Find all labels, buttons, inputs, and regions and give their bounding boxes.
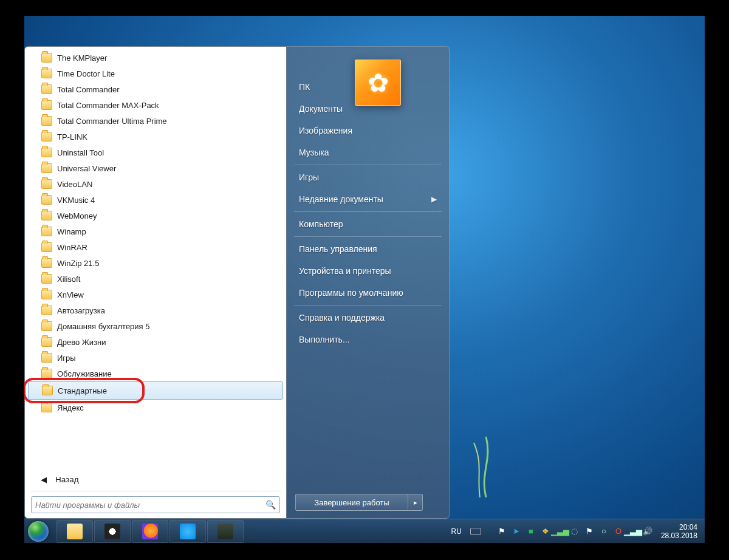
shutdown-button[interactable]: Завершение работы ▸ (295, 494, 423, 511)
shutdown-area: Завершение работы ▸ (287, 489, 449, 518)
program-folder-item[interactable]: Xilisoft (28, 271, 283, 287)
right-pane-item[interactable]: Программы по умолчанию (287, 282, 449, 304)
program-folder-item[interactable]: Автозагрузка (28, 302, 283, 318)
signal-icon[interactable]: ▁▃▅ (555, 527, 565, 536)
program-folder-item[interactable]: VideoLAN (28, 176, 283, 192)
right-pane-label: Устройства и принтеры (299, 266, 391, 276)
all-programs-list[interactable]: The KMPlayerTime Doctor LiteTotal Comman… (27, 49, 284, 469)
program-folder-item[interactable]: Time Doctor Lite (28, 66, 283, 81)
right-pane-item[interactable]: Игры (287, 166, 449, 188)
program-folder-item[interactable]: VKMusic 4 (28, 192, 283, 208)
terminal-icon (217, 524, 233, 539)
back-button[interactable]: ▶ Назад (27, 469, 284, 490)
program-folder-item[interactable]: Uninstall Tool (28, 145, 283, 160)
program-label: Автозагрузка (57, 306, 105, 315)
program-folder-item[interactable]: WinZip 21.5 (28, 255, 283, 271)
program-folder-item[interactable]: WinRAR (28, 239, 283, 255)
folder-icon (41, 274, 52, 284)
folder-icon (41, 403, 52, 412)
shutdown-options-arrow[interactable]: ▸ (408, 494, 422, 510)
program-folder-item[interactable]: Total Commander Ultima Prime (28, 113, 283, 129)
right-pane-label: Игры (299, 172, 319, 182)
folder-icon (41, 242, 52, 252)
search-box[interactable]: 🔍 (31, 496, 280, 513)
folder-icon (42, 386, 53, 395)
right-pane-item[interactable]: Панель управления (287, 238, 449, 260)
circle-icon[interactable]: ○ (599, 527, 609, 536)
program-folder-item[interactable]: Обслуживание (28, 366, 283, 381)
user-avatar[interactable] (355, 60, 401, 106)
program-folder-item[interactable]: Яндекс (28, 400, 283, 415)
program-folder-item[interactable]: Стандартные (28, 381, 283, 400)
folder-icon (41, 100, 52, 110)
sound-icon[interactable]: 🔊 (643, 527, 652, 536)
folder-icon (41, 321, 52, 331)
telegram-icon[interactable]: ➤ (512, 527, 521, 536)
taskbar-app-terminal[interactable] (207, 520, 244, 543)
right-pane-item[interactable]: Компьютер (287, 213, 449, 235)
right-pane-item[interactable]: Выполнить... (287, 329, 449, 350)
program-folder-item[interactable]: Winamp (28, 224, 283, 239)
firefox-icon (142, 524, 158, 539)
green-box-icon[interactable]: ■ (526, 527, 536, 536)
palette-icon[interactable]: ❖ (541, 527, 550, 536)
program-label: Total Commander MAX-Pack (57, 101, 159, 110)
right-pane-item[interactable]: Музыка (287, 142, 449, 163)
right-pane-item[interactable]: Справка и поддержка (287, 307, 449, 329)
program-folder-item[interactable]: TP-LINK (28, 129, 283, 145)
right-pane-label: Программы по умолчанию (299, 288, 403, 298)
program-folder-item[interactable]: Total Commander MAX-Pack (28, 97, 283, 113)
folder-icon (41, 369, 52, 378)
folder-icon (41, 163, 52, 173)
folder-icon (41, 353, 52, 363)
folder-icon (41, 53, 52, 63)
program-folder-item[interactable]: Игры (28, 350, 283, 366)
program-folder-item[interactable]: XnView (28, 287, 283, 302)
search-input[interactable] (35, 500, 265, 510)
program-folder-item[interactable]: The KMPlayer (28, 50, 283, 66)
globe-icon[interactable]: ◌ (570, 527, 580, 536)
right-pane-label: Недавние документы (299, 194, 383, 204)
clock[interactable]: 20:04 28.03.2018 (657, 523, 701, 540)
program-label: Total Commander (57, 85, 120, 94)
program-folder-item[interactable]: WebMoney (28, 208, 283, 224)
folder-icon (41, 69, 52, 78)
wallpaper-decor (468, 431, 504, 497)
flag-icon[interactable]: ⚑ (497, 527, 507, 536)
right-pane-item[interactable]: Устройства и принтеры (287, 260, 449, 282)
taskbar-app-firefox[interactable] (132, 520, 168, 543)
right-pane-item[interactable]: Недавние документы▶ (287, 188, 449, 210)
program-folder-item[interactable]: Древо Жизни (28, 334, 283, 350)
opera-icon[interactable]: O (614, 527, 623, 536)
right-pane-separator (294, 211, 442, 212)
program-label: Домашняя бухгалтерия 5 (57, 322, 150, 331)
start-button[interactable] (24, 519, 52, 544)
folder-icon (41, 227, 52, 236)
right-pane-item[interactable]: Изображения (287, 120, 449, 142)
back-arrow-icon: ▶ (41, 475, 47, 484)
folder-icon (41, 132, 52, 142)
program-label: Uninstall Tool (57, 148, 104, 157)
program-label: Древо Жизни (57, 338, 106, 347)
keyboard-icon[interactable] (470, 528, 481, 535)
language-indicator[interactable]: RU (448, 527, 465, 536)
wifi-icon[interactable]: ▁▃▅ (628, 527, 638, 536)
folder-icon (41, 290, 52, 299)
taskbar-app-skype[interactable] (169, 520, 206, 543)
folder-icon (41, 306, 52, 315)
taskbar-app-panda[interactable] (94, 520, 131, 543)
program-folder-item[interactable]: Домашняя бухгалтерия 5 (28, 318, 283, 334)
program-folder-item[interactable]: Universal Viewer (28, 160, 283, 176)
right-pane-label: Панель управления (299, 244, 377, 254)
right-pane-label: Справка и поддержка (299, 313, 385, 323)
program-label: WebMoney (57, 211, 97, 220)
right-pane-label: Выполнить... (299, 335, 350, 344)
taskbar-app-explorer[interactable] (56, 520, 93, 543)
folder-icon (41, 195, 52, 205)
flag2-icon[interactable]: ⚑ (584, 527, 594, 536)
program-folder-item[interactable]: Total Commander (28, 81, 283, 97)
back-label: Назад (55, 475, 79, 484)
program-label: Обслуживание (57, 369, 112, 378)
right-pane-separator (294, 305, 442, 306)
skype-icon (180, 524, 196, 539)
